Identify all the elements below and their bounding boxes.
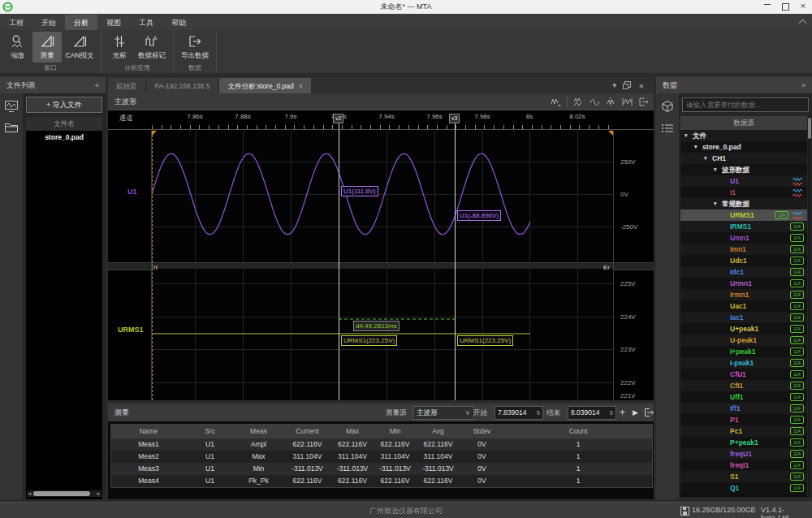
tree-item[interactable]: U1	[680, 175, 807, 187]
column-header[interactable]: Current	[283, 425, 331, 438]
tree-expand-icon[interactable]: ▾	[714, 198, 717, 209]
urms1-plot[interactable]	[152, 269, 613, 400]
tree-item[interactable]: ▾波形数据	[680, 164, 807, 175]
end-time-field[interactable]: 8.039014 s	[568, 406, 616, 420]
menu-item[interactable]: 视图	[97, 15, 130, 31]
table-row[interactable]: Meas1U1Ampl622.116V622.116V622.116V622.1…	[111, 438, 652, 451]
tree-item[interactable]: Umn1124	[680, 232, 807, 244]
can-button[interactable]: CAN报文	[62, 32, 97, 63]
tree-expand-icon[interactable]: ▾	[714, 164, 717, 175]
wave-menu-icon[interactable]	[551, 97, 561, 107]
tree-header[interactable]: 数据源	[680, 116, 807, 130]
file-column-header[interactable]: 文件名	[26, 117, 102, 131]
column-header[interactable]: Src	[186, 425, 234, 438]
tree-item[interactable]: ▾文件	[680, 130, 807, 141]
column-header[interactable]: Count	[504, 425, 652, 438]
close-button[interactable]: ×	[796, 1, 810, 13]
tree-item[interactable]: ▾store_0.pad	[680, 141, 807, 153]
tab-dropdown-icon[interactable]: ▾	[612, 81, 616, 89]
expand-panel-icon[interactable]: »	[801, 77, 806, 93]
collapse-ribbon-icon[interactable]	[799, 19, 807, 28]
tree-item[interactable]: S1124	[680, 471, 807, 482]
scroll-right-icon[interactable]: ►	[96, 490, 102, 497]
menu-item[interactable]: 开始	[32, 15, 65, 31]
table-row[interactable]: Meas3U1Min-311.013V-311.013V-311.013V-31…	[111, 463, 652, 475]
tree-item[interactable]: ▾CH1	[680, 153, 807, 164]
tree-item[interactable]: P1124	[680, 414, 807, 425]
column-header[interactable]: Avg	[417, 425, 460, 438]
measure-source-select[interactable]: 主波形∨	[412, 406, 474, 420]
tree-item[interactable]: I+peak1124	[680, 346, 807, 357]
menu-item[interactable]: 工程	[0, 15, 32, 31]
export-waveform-icon[interactable]	[638, 97, 649, 107]
tree-item[interactable]: Udc1124	[680, 255, 807, 266]
tree-item[interactable]: U+peak1124	[680, 323, 807, 335]
document-tab[interactable]: 起始页	[108, 78, 145, 94]
tree-item[interactable]: freqI1124	[680, 460, 807, 471]
marker-button[interactable]: 数据标记	[134, 32, 170, 63]
tree-expand-icon[interactable]: ▾	[685, 130, 688, 141]
list-view-icon[interactable]	[661, 123, 675, 134]
document-tab[interactable]: PA-192.168.138.5	[147, 78, 218, 94]
export-measure-icon[interactable]	[644, 408, 654, 417]
tree-item[interactable]: Q1124	[680, 482, 807, 494]
scroll-left-icon[interactable]: ◄	[27, 490, 32, 497]
document-tab[interactable]: 文件分析:store_0.pad×	[219, 78, 310, 94]
add-measure-icon[interactable]: +	[620, 404, 625, 421]
tree-item[interactable]: Irmn1124	[680, 289, 807, 300]
file-item[interactable]: store_0.pad	[26, 131, 102, 144]
float-window-icon[interactable]	[623, 81, 631, 89]
tree-item[interactable]: CfI1124	[680, 380, 807, 391]
table-row[interactable]: Meas4U1Pk_Pk622.116V622.116V622.116V622.…	[111, 475, 652, 487]
tree-item[interactable]: I1	[680, 187, 807, 198]
tree-item[interactable]: Iac1124	[680, 312, 807, 323]
column-header[interactable]: Meas	[234, 425, 283, 438]
tree-item[interactable]: Iff1124	[680, 403, 807, 414]
wave-sample-icon[interactable]	[606, 97, 616, 107]
maximize-button[interactable]	[778, 1, 793, 13]
u1-plot[interactable]	[152, 131, 613, 262]
wave-line-icon[interactable]	[590, 97, 600, 107]
datasource-icon[interactable]	[661, 100, 675, 114]
tree-item[interactable]: CfU1124	[680, 369, 807, 380]
tree-item[interactable]: P+peak1124	[680, 437, 807, 448]
tree-scrollbar[interactable]	[808, 116, 811, 497]
column-header[interactable]: Name	[111, 425, 186, 438]
close-tabs-icon[interactable]: ×	[639, 81, 644, 91]
collapse-panel-icon[interactable]: «	[95, 77, 99, 93]
folder-view-icon[interactable]	[4, 121, 19, 133]
tree-item[interactable]: Uff1124	[680, 391, 807, 403]
menu-item[interactable]: 分析	[65, 15, 97, 31]
minimize-button[interactable]	[760, 1, 775, 13]
menu-item[interactable]: 帮助	[162, 15, 195, 31]
tree-item[interactable]: Urmn1124	[680, 278, 807, 289]
zoom-button[interactable]: 缩放	[3, 32, 32, 63]
import-file-button[interactable]: + 导入文件	[26, 97, 102, 113]
column-header[interactable]: Min	[374, 425, 417, 438]
column-header[interactable]: Max	[331, 425, 374, 438]
cursor-button[interactable]: 光标	[105, 32, 134, 63]
data-search-input[interactable]	[682, 97, 809, 112]
display-view-icon[interactable]	[4, 100, 19, 113]
tree-item[interactable]: U-peak1124	[680, 335, 807, 346]
tree-expand-icon[interactable]: ▾	[694, 141, 698, 153]
tree-item[interactable]: Uac1124	[680, 300, 807, 312]
close-tab-icon[interactable]: ×	[299, 82, 303, 90]
wave-measure-icon[interactable]	[622, 97, 633, 107]
measure-button[interactable]: 测量	[32, 32, 62, 63]
start-time-field[interactable]: 7.839014 s	[495, 406, 543, 420]
export-button[interactable]: 导出数据	[177, 32, 213, 63]
run-measure-icon[interactable]: ▶	[633, 404, 638, 421]
tree-item[interactable]: IRMS1124	[680, 221, 807, 232]
tree-item[interactable]: URMS1124	[680, 209, 807, 221]
tree-item[interactable]: Pc1124	[680, 425, 807, 437]
file-list-scrollbar[interactable]: ◄ ►	[27, 490, 102, 497]
tree-item[interactable]: ▾常规数据	[680, 198, 807, 209]
wave-overlay-icon[interactable]	[567, 97, 584, 107]
tree-item[interactable]: Imn1124	[680, 244, 807, 255]
menu-item[interactable]: 工具	[130, 15, 162, 31]
tree-item[interactable]: I-peak1124	[680, 357, 807, 369]
tree-item[interactable]: freqU1124	[680, 448, 807, 460]
tree-expand-icon[interactable]: ▾	[704, 153, 707, 164]
table-row[interactable]: Meas2U1Max311.104V311.104V311.104V311.10…	[111, 451, 652, 463]
